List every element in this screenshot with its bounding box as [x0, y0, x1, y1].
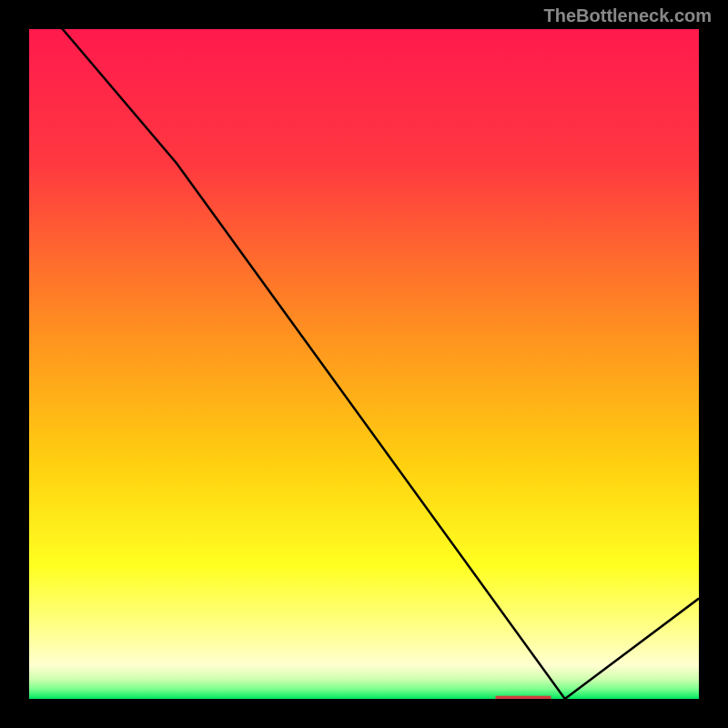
chart-line: [29, 29, 699, 699]
chart-area: ▬▬▬▬▬▬: [27, 27, 701, 701]
data-marker: ▬▬▬▬▬▬: [496, 690, 551, 701]
watermark-text: TheBottleneck.com: [544, 5, 712, 26]
